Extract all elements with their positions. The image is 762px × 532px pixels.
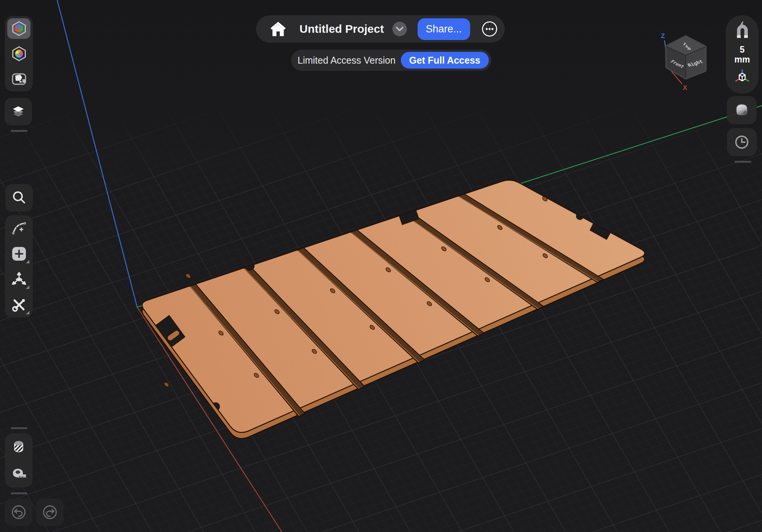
submenu-indicator: [26, 285, 29, 289]
x-axis-label: X: [683, 84, 687, 91]
app-window: Z X Top Front Right Untitled Project Sha…: [0, 0, 762, 532]
get-full-access-button[interactable]: Get Full Access: [401, 52, 489, 69]
project-toolbar: Untitled Project Share...: [256, 15, 505, 43]
undo-arrow-icon: [11, 504, 27, 520]
layers-icon: [11, 104, 26, 119]
panel-drag-handle[interactable]: [11, 427, 27, 429]
section-view-tool[interactable]: [5, 433, 32, 460]
project-menu-button[interactable]: [392, 22, 407, 36]
tools-wrench-tool[interactable]: [5, 292, 33, 317]
submenu-indicator: [26, 260, 29, 263]
magnet-icon[interactable]: [733, 20, 751, 40]
access-banner: Limited Access Version Get Full Access: [291, 50, 491, 71]
sketch-arc-icon: [11, 220, 27, 236]
panel-drag-handle[interactable]: [11, 130, 27, 132]
render-style-button[interactable]: [727, 96, 757, 124]
snap-grid-value[interactable]: 5: [740, 45, 745, 54]
color-wheel-icon: [11, 46, 27, 61]
search-icon: [11, 190, 27, 205]
render-style-icon: [733, 102, 750, 118]
undo-button[interactable]: [5, 498, 32, 526]
redo-button[interactable]: [36, 498, 64, 526]
measure-tape-icon: [11, 466, 27, 482]
panel-drag-handle[interactable]: [11, 492, 27, 494]
redo-arrow-icon: [42, 504, 58, 520]
panel-drag-handle[interactable]: [735, 161, 751, 163]
snap-settings-panel: 5 mm: [726, 15, 759, 94]
tools-wrench-icon: [11, 297, 27, 313]
add-body-icon: [11, 246, 27, 262]
z-axis-label: Z: [661, 32, 665, 40]
access-banner-message: Limited Access Version: [298, 55, 395, 66]
submenu-indicator: [26, 311, 29, 314]
environment-icon: [11, 71, 27, 87]
more-options-button[interactable]: [482, 21, 498, 37]
transform-move-tool[interactable]: [5, 266, 33, 292]
transform-move-icon: [11, 271, 27, 287]
inspect-tools-panel: [5, 433, 32, 487]
measure-tool[interactable]: [5, 460, 32, 487]
environment-button[interactable]: [5, 66, 33, 91]
display-mode-panel: [5, 16, 33, 91]
history-button[interactable]: [727, 128, 757, 156]
shading-mode-button[interactable]: [5, 16, 33, 41]
project-title[interactable]: Untitled Project: [299, 22, 384, 35]
search-button[interactable]: [5, 184, 33, 212]
chevron-down-icon: [396, 26, 403, 32]
sketch-arc-tool[interactable]: [5, 215, 33, 241]
history-clock-icon: [734, 134, 750, 150]
share-button[interactable]: Share...: [418, 18, 470, 40]
view-cube[interactable]: Z X Top Front Right: [648, 27, 716, 95]
add-body-tool[interactable]: [5, 241, 33, 266]
shaded-cube-icon: [11, 21, 27, 36]
home-icon[interactable]: [270, 21, 287, 37]
appearance-button[interactable]: [5, 41, 33, 66]
ellipsis-icon: [482, 21, 498, 37]
modeling-tools-panel: [5, 215, 33, 317]
layers-button[interactable]: [5, 98, 32, 125]
section-view-icon: [11, 439, 26, 455]
snap-grid-unit: mm: [735, 54, 750, 64]
axis-triad-icon[interactable]: [734, 68, 751, 85]
